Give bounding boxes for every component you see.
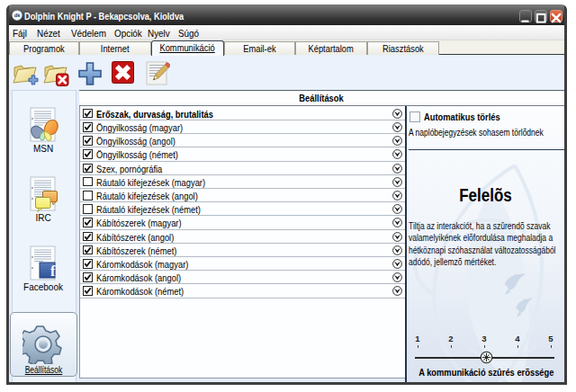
svg-text:dk: dk <box>14 13 21 18</box>
svg-text:f: f <box>50 263 56 279</box>
